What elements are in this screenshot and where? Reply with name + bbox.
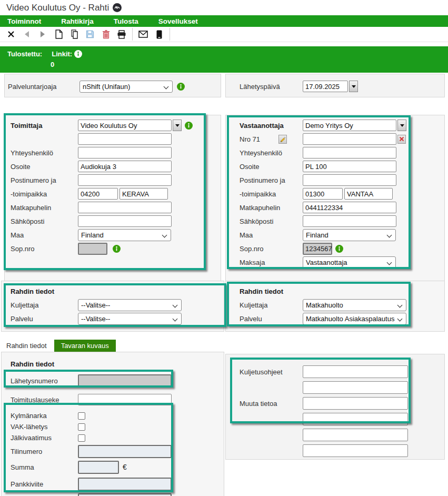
other-info-input-4[interactable] <box>303 444 408 457</box>
app-window: Video Koulutus Oy - Rahti Toiminnot Raht… <box>0 0 448 496</box>
sender-contact-input[interactable] <box>78 147 172 158</box>
receiver-address2-input[interactable] <box>303 174 396 186</box>
sender-contract-label: Sop.nro <box>11 245 78 253</box>
shipment-number-label: Lähetysnumero <box>11 377 78 385</box>
provider-info-icon[interactable] <box>177 83 185 91</box>
ship-date-input[interactable]: 17.09.2025 <box>303 81 348 92</box>
sender-address-input[interactable]: Audiokuja 3 <box>78 161 172 172</box>
close-icon[interactable] <box>3 27 19 41</box>
sender-name2-input[interactable] <box>78 133 172 145</box>
receiver-postal-label-line2: -toimipaikka <box>240 190 303 198</box>
ship-date-dropdown-button[interactable] <box>349 81 358 92</box>
freight-sender-carrier-select[interactable]: --Valitse-- <box>78 299 182 311</box>
cold-sensitive-label: Kylmänarka <box>11 412 78 420</box>
menu-rahtikirja[interactable]: Rahtikirja <box>61 17 106 25</box>
receiver-contract-label: Sop.nro <box>240 245 303 253</box>
sender-address2-input[interactable] <box>78 174 172 186</box>
delivery-term-input[interactable] <box>78 394 172 405</box>
receiver-email-input[interactable] <box>303 215 396 227</box>
prev-icon[interactable] <box>19 27 35 41</box>
receiver-postal-label-line1: Postinumero ja <box>240 176 303 184</box>
sender-name-input[interactable]: Video Koulutus Oy <box>78 120 172 131</box>
dangerous-goods-checkbox[interactable] <box>78 423 85 431</box>
cod-checkbox[interactable] <box>78 434 85 442</box>
sender-country-label: Maa <box>11 231 78 239</box>
gauge-icon[interactable] <box>113 3 122 12</box>
freight-sender-panel: Rahdin tiedot Kuljettaja --Valitse-- Pal… <box>1 281 224 332</box>
ship-date-label: Lähetyspäivä <box>240 83 303 91</box>
title-bar: Video Koulutus Oy - Rahti <box>0 0 448 15</box>
mobile-icon[interactable] <box>151 27 167 41</box>
sender-name-dropdown-button[interactable] <box>173 120 182 131</box>
other-info-label: Muuta tietoa <box>240 400 303 408</box>
sender-email-input[interactable] <box>78 215 172 227</box>
toolbar-separator <box>132 28 133 41</box>
next-icon[interactable] <box>35 27 51 41</box>
receiver-contact-input[interactable] <box>303 147 396 158</box>
freight-receiver-service-select[interactable]: Matkahuolto Asiakaspalautus <box>303 313 406 325</box>
receiver-payer-select[interactable]: Vastaanottaja <box>303 256 396 269</box>
account-number-input <box>78 445 172 458</box>
receiver-name-dropdown-button[interactable] <box>397 120 406 131</box>
remove-x-icon[interactable] <box>397 135 406 144</box>
sender-country-select[interactable]: Finland <box>78 229 171 241</box>
notes-panel: Kuljetusohjeet Muuta tietoa <box>225 354 445 460</box>
freight-receiver-carrier-select[interactable]: Matkahuolto <box>303 299 406 311</box>
dangerous-goods-label: VAK-lähetys <box>11 423 78 431</box>
freight-sender-carrier-label: Kuljettaja <box>11 301 78 309</box>
other-info-input-1[interactable] <box>303 397 408 410</box>
receiver-contact-label: Yhteyshenkilö <box>240 149 303 157</box>
sender-city-input[interactable]: KERAVA <box>120 188 168 200</box>
email-icon[interactable] <box>135 27 151 41</box>
receiver-address-label: Osoite <box>240 163 303 171</box>
cold-sensitive-checkbox[interactable] <box>78 412 85 420</box>
links-label: Linkit: <box>52 50 72 58</box>
provider-panel: Palveluntarjoaja nShift (Unifaun) <box>4 74 221 97</box>
sender-postal-code-input[interactable]: 04200 <box>78 188 118 200</box>
shipment-number-input <box>78 374 172 388</box>
delete-icon[interactable] <box>98 27 114 41</box>
sender-contract-info-icon[interactable] <box>113 245 121 253</box>
freight-receiver-heading: Rahdin tiedot <box>240 287 444 298</box>
save-icon[interactable] <box>82 27 98 41</box>
receiver-name-input[interactable]: Demo Yritys Oy <box>303 120 396 131</box>
sender-mobile-input[interactable] <box>78 202 172 213</box>
menu-toiminnot[interactable]: Toiminnot <box>7 17 54 25</box>
sender-mobile-label: Matkapuhelin <box>11 204 78 212</box>
provider-select[interactable]: nShift (Unifaun) <box>79 81 173 93</box>
links-info-icon[interactable] <box>74 50 82 58</box>
transport-instructions-input-2[interactable] <box>303 381 408 394</box>
freight-sender-service-select[interactable]: --Valitse-- <box>78 313 182 325</box>
receiver-city-input[interactable]: VANTAA <box>344 188 393 200</box>
transport-instructions-label: Kuljetusohjeet <box>240 368 303 376</box>
menu-sovellukset[interactable]: Sovellukset <box>158 17 211 25</box>
print-icon[interactable] <box>114 27 130 41</box>
sender-contact-label: Yhteyshenkilö <box>11 149 78 157</box>
transport-instructions-input-1[interactable] <box>303 365 408 378</box>
menu-tulosta[interactable]: Tulosta <box>114 17 151 25</box>
receiver-address-input[interactable]: PL 100 <box>303 161 396 172</box>
receiver-postal-code-input[interactable]: 01300 <box>303 188 343 200</box>
sender-contract-input <box>78 243 107 255</box>
edit-pencil-icon[interactable] <box>278 135 287 144</box>
freight-sender-heading: Rahdin tiedot <box>11 287 224 298</box>
receiver-contract-input: 1234567 <box>303 243 332 255</box>
other-info-input-2[interactable] <box>303 413 408 425</box>
other-info-input-3[interactable] <box>303 429 408 441</box>
receiver-number-label: Nro 71 <box>240 135 260 143</box>
receiver-email-label: Sähköposti <box>240 217 303 225</box>
tab-rahdin-tiedot[interactable]: Rahdin tiedot <box>1 340 52 352</box>
sender-address-label: Osoite <box>11 163 78 171</box>
copy-icon[interactable] <box>66 27 82 41</box>
receiver-number-input[interactable] <box>303 133 396 145</box>
delivery-term-label: Toimituslauseke <box>11 396 78 404</box>
receiver-country-select[interactable]: Finland <box>303 229 396 241</box>
sender-info-icon[interactable] <box>185 122 193 130</box>
receiver-mobile-input[interactable]: 0441122334 <box>303 202 396 213</box>
freight-receiver-panel: Rahdin tiedot Kuljettaja Matkahuolto Pal… <box>225 281 445 332</box>
new-document-icon[interactable] <box>51 27 66 41</box>
receiver-contract-info-icon[interactable] <box>335 245 343 253</box>
sender-heading: Toimittaja <box>11 122 78 130</box>
freight-details-heading: Rahdin tiedot <box>11 360 224 369</box>
tab-tavaran-kuvaus[interactable]: Tavaran kuvaus <box>54 340 116 352</box>
